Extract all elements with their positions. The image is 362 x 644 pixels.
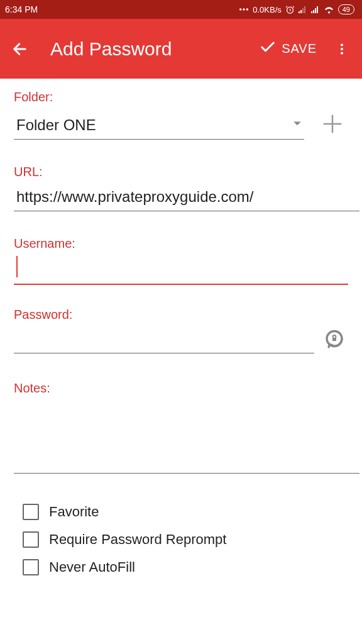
svg-rect-11 bbox=[317, 6, 318, 13]
password-input[interactable] bbox=[14, 325, 314, 353]
signal-icon-2 bbox=[311, 6, 320, 13]
svg-point-1 bbox=[243, 8, 245, 11]
svg-rect-9 bbox=[313, 10, 314, 13]
network-speed: 0.0KB/s bbox=[253, 5, 282, 14]
svg-rect-6 bbox=[302, 8, 304, 13]
svg-rect-5 bbox=[300, 10, 302, 13]
chevron-down-icon bbox=[293, 119, 302, 131]
folder-value: Folder ONE bbox=[16, 116, 293, 134]
checkbox-box bbox=[23, 504, 39, 520]
never-autofill-checkbox[interactable]: Never AutoFill bbox=[14, 559, 348, 575]
svg-rect-8 bbox=[311, 11, 312, 13]
notes-input[interactable] bbox=[14, 398, 359, 474]
back-button[interactable] bbox=[6, 35, 34, 63]
username-label: Username: bbox=[14, 236, 348, 251]
app-header: Add Password SAVE bbox=[0, 19, 362, 79]
page-title: Add Password bbox=[50, 38, 248, 60]
username-input[interactable] bbox=[14, 253, 348, 285]
status-time: 6:34 PM bbox=[5, 4, 38, 14]
svg-rect-7 bbox=[304, 6, 305, 13]
overflow-menu-button[interactable] bbox=[328, 35, 356, 63]
checkbox-box bbox=[23, 559, 39, 575]
form-content: Folder: Folder ONE URL: Username: Passwo… bbox=[0, 79, 362, 575]
status-bar: 6:34 PM 0.0KB/s 49 bbox=[0, 0, 362, 19]
svg-point-14 bbox=[341, 52, 343, 54]
checkbox-label: Never AutoFill bbox=[49, 559, 135, 575]
battery-indicator: 49 bbox=[338, 4, 354, 14]
signal-icon-1 bbox=[299, 6, 307, 13]
favorite-checkbox[interactable]: Favorite bbox=[14, 504, 348, 520]
notes-label: Notes: bbox=[14, 381, 348, 396]
save-button[interactable]: SAVE bbox=[259, 38, 317, 59]
password-label: Password: bbox=[14, 308, 348, 322]
url-input[interactable] bbox=[14, 182, 359, 211]
svg-point-2 bbox=[246, 8, 249, 11]
svg-rect-16 bbox=[332, 338, 336, 341]
svg-rect-4 bbox=[299, 11, 300, 13]
checkbox-box bbox=[23, 531, 39, 548]
svg-rect-10 bbox=[315, 8, 316, 13]
check-icon bbox=[259, 38, 277, 59]
checkbox-label: Favorite bbox=[49, 504, 99, 520]
url-label: URL: bbox=[14, 165, 348, 179]
reprompt-checkbox[interactable]: Require Password Reprompt bbox=[14, 531, 348, 548]
alarm-icon bbox=[285, 5, 295, 14]
save-label: SAVE bbox=[282, 42, 317, 56]
folder-label: Folder: bbox=[14, 90, 348, 104]
svg-point-13 bbox=[341, 47, 343, 50]
svg-point-0 bbox=[239, 8, 242, 11]
generate-password-button[interactable] bbox=[321, 326, 348, 353]
add-folder-button[interactable] bbox=[317, 108, 348, 140]
status-icons: 0.0KB/s 49 bbox=[239, 4, 354, 14]
folder-select[interactable]: Folder ONE bbox=[14, 110, 304, 140]
more-dots-icon bbox=[239, 6, 249, 13]
svg-point-12 bbox=[341, 43, 343, 46]
checkbox-label: Require Password Reprompt bbox=[49, 531, 226, 548]
wifi-icon bbox=[324, 6, 334, 14]
